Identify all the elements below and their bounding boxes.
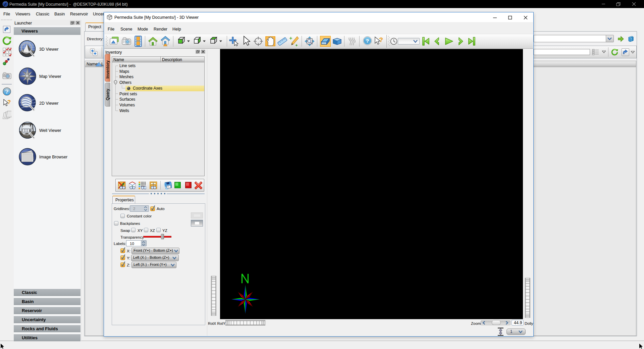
svg-text:Query: Query [105, 89, 110, 100]
svg-text:?: ? [5, 89, 8, 95]
svg-text:?: ? [366, 38, 369, 44]
svg-text:?: ? [7, 99, 11, 105]
svg-text:Inventory: Inventory [105, 60, 110, 79]
svg-text:?: ? [379, 36, 383, 43]
